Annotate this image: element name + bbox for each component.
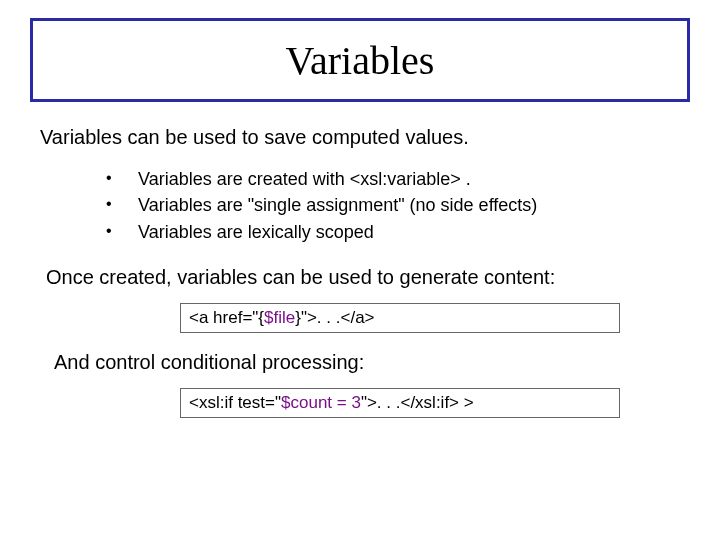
slide: Variables Variables can be used to save … [0,0,720,540]
lead-paragraph: Variables can be used to save computed v… [40,126,680,149]
slide-title: Variables [286,37,435,84]
code-expression: $count = 3 [281,393,361,412]
title-box: Variables [30,18,690,102]
list-item: Variables are "single assignment" (no si… [106,193,680,217]
code-example-1: <a href="{$file}">. . .</a> [180,303,620,333]
code-text: }">. . .</a> [295,308,374,327]
paragraph-conditional: And control conditional processing: [54,351,680,374]
slide-body: Variables can be used to save computed v… [40,126,680,418]
code-text: ">. . .</xsl:if> > [361,393,474,412]
list-item: Variables are created with <xsl:variable… [106,167,680,191]
code-example-2: <xsl:if test="$count = 3">. . .</xsl:if>… [180,388,620,418]
list-item: Variables are lexically scoped [106,220,680,244]
code-text: <xsl:if test=" [189,393,281,412]
code-text: <a href="{ [189,308,264,327]
paragraph-generate: Once created, variables can be used to g… [46,266,680,289]
bullet-list: Variables are created with <xsl:variable… [40,167,680,244]
code-variable: $file [264,308,295,327]
